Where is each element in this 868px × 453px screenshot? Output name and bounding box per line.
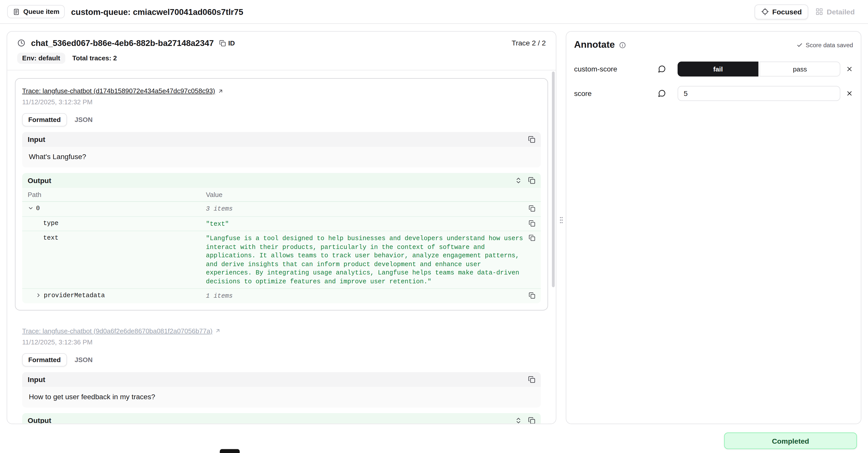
row-value: 1 items — [206, 292, 233, 300]
copy-output-button[interactable] — [528, 417, 535, 423]
comment-icon[interactable] — [658, 65, 666, 73]
main-area: chat_536ed067-b86e-4eb6-882b-ba27148a234… — [0, 24, 868, 424]
table-row: type "text" — [22, 217, 541, 231]
annotate-panel: Annotate Score data saved custom-score — [566, 31, 861, 424]
copy-id-button[interactable]: ID — [219, 39, 235, 47]
row-value: 3 items — [206, 204, 233, 213]
detailed-icon — [815, 8, 824, 16]
env-badge: Env: default — [17, 53, 65, 64]
view-toggle: Focused Detailed — [754, 4, 861, 19]
format-tabs: Formatted JSON — [22, 113, 541, 126]
copy-row-button[interactable] — [529, 292, 535, 299]
completed-button[interactable]: Completed — [724, 432, 857, 449]
focused-view-button[interactable]: Focused — [754, 4, 808, 19]
trace-item-title: chat_536ed067-b86e-4eb6-882b-ba27148a234… — [31, 38, 214, 48]
external-link-icon — [217, 88, 223, 94]
check-icon — [797, 42, 803, 48]
id-label: ID — [228, 39, 235, 47]
score-input[interactable] — [678, 86, 840, 101]
annotate-title: Annotate — [574, 39, 615, 51]
table-header-row: Path Value — [22, 188, 541, 202]
row-path: type — [43, 219, 59, 227]
row-path: providerMetadata — [43, 292, 105, 299]
vertical-scrollbar[interactable] — [552, 72, 555, 287]
total-traces-label: Total traces: 2 — [68, 53, 121, 64]
table-row: text "Langfuse is a tool designed to hel… — [22, 231, 541, 289]
expand-rows-button[interactable] — [515, 177, 522, 184]
tab-json[interactable]: JSON — [69, 114, 98, 126]
comment-icon[interactable] — [658, 89, 666, 98]
copy-icon — [219, 40, 226, 46]
trace-scroll-area: Trace: langfuse-chatbot (d174b1589072e43… — [7, 70, 556, 424]
column-header-value: Value — [206, 191, 535, 198]
trace-panel-header: chat_536ed067-b86e-4eb6-882b-ba27148a234… — [7, 32, 556, 70]
copy-row-button[interactable] — [529, 234, 535, 241]
chevron-right-icon[interactable] — [35, 292, 41, 298]
input-section: Input How to get user feedback in my tra… — [22, 372, 541, 407]
remove-score-button[interactable] — [846, 90, 853, 97]
save-status-label: Score data saved — [806, 42, 853, 48]
tab-formatted[interactable]: Formatted — [22, 113, 67, 126]
page-title: custom-queue: cmiacwel70041ad060s7tlr75 — [71, 7, 243, 16]
input-section: Input What's Langfuse? — [22, 132, 541, 168]
trace-link[interactable]: Trace: langfuse-chatbot (d174b1589072e43… — [22, 87, 223, 95]
trace-panel: chat_536ed067-b86e-4eb6-882b-ba27148a234… — [6, 31, 556, 424]
grip-dots-icon — [559, 216, 564, 224]
categorical-score-toggle: fail pass — [678, 62, 840, 77]
detailed-view-label: Detailed — [827, 7, 855, 16]
score-row-custom-score: custom-score fail pass — [574, 62, 853, 77]
chevron-down-icon[interactable] — [28, 205, 34, 211]
numeric-score-control — [678, 86, 840, 101]
trace-link-label: Trace: langfuse-chatbot (d174b1589072e43… — [22, 87, 215, 95]
copy-row-button[interactable] — [529, 220, 535, 227]
tab-formatted[interactable]: Formatted — [22, 353, 67, 366]
trace-link[interactable]: Trace: langfuse-chatbot (9d0a6f2e6de8670… — [22, 327, 221, 335]
output-section: Output — [22, 413, 541, 424]
column-header-path: Path — [28, 191, 206, 198]
score-row-score: score — [574, 86, 853, 101]
expand-rows-button[interactable] — [515, 417, 522, 423]
row-path: text — [43, 234, 59, 242]
queue-item-icon — [12, 8, 20, 16]
score-option-fail[interactable]: fail — [678, 62, 758, 77]
bottom-edge-artifact — [220, 449, 240, 453]
remove-score-button[interactable] — [846, 65, 853, 73]
row-value: "text" — [206, 219, 229, 228]
topbar: Queue item custom-queue: cmiacwel70041ad… — [0, 0, 868, 24]
detailed-view-button[interactable]: Detailed — [809, 5, 861, 19]
input-section-title: Input — [28, 135, 45, 144]
panel-resize-handle[interactable] — [559, 215, 564, 225]
copy-input-button[interactable] — [528, 136, 535, 143]
output-section: Output — [22, 173, 541, 303]
trace-pager: Trace 2 / 2 — [512, 39, 546, 47]
output-section-title: Output — [28, 176, 52, 185]
format-tabs: Formatted JSON — [22, 353, 541, 366]
output-json-table: Path Value 0 — [22, 188, 541, 303]
footer-bar: Completed — [0, 424, 868, 449]
copy-row-button[interactable] — [529, 205, 535, 211]
input-content: What's Langfuse? — [22, 147, 541, 167]
copy-input-button[interactable] — [528, 376, 535, 383]
output-section-title: Output — [28, 416, 52, 424]
trace-timestamp: 11/12/2025, 3:12:36 PM — [22, 338, 541, 346]
app-window: Queue item custom-queue: cmiacwel70041ad… — [0, 0, 868, 453]
tab-json[interactable]: JSON — [69, 353, 98, 366]
copy-output-button[interactable] — [528, 177, 535, 184]
score-name: score — [574, 89, 657, 98]
clock-icon — [17, 39, 26, 47]
trace-card: Trace: langfuse-chatbot (9d0a6f2e6de8670… — [15, 318, 548, 423]
queue-item-badge-label: Queue item — [23, 8, 59, 16]
trace-timestamp: 11/12/2025, 3:12:32 PM — [22, 98, 541, 106]
table-row: 0 3 items — [22, 202, 541, 217]
score-option-pass[interactable]: pass — [760, 62, 840, 77]
focused-view-label: Focused — [772, 7, 802, 16]
input-content: How to get user feedback in my traces? — [22, 387, 541, 407]
trace-card-current: Trace: langfuse-chatbot (d174b1589072e43… — [15, 78, 548, 310]
save-status: Score data saved — [797, 42, 853, 48]
info-icon[interactable] — [619, 41, 626, 49]
table-row: providerMetadata 1 items — [22, 289, 541, 303]
external-link-icon — [215, 328, 221, 334]
trace-link-label: Trace: langfuse-chatbot (9d0a6f2e6de8670… — [22, 327, 213, 335]
focused-icon — [761, 8, 769, 16]
input-section-title: Input — [28, 375, 45, 383]
